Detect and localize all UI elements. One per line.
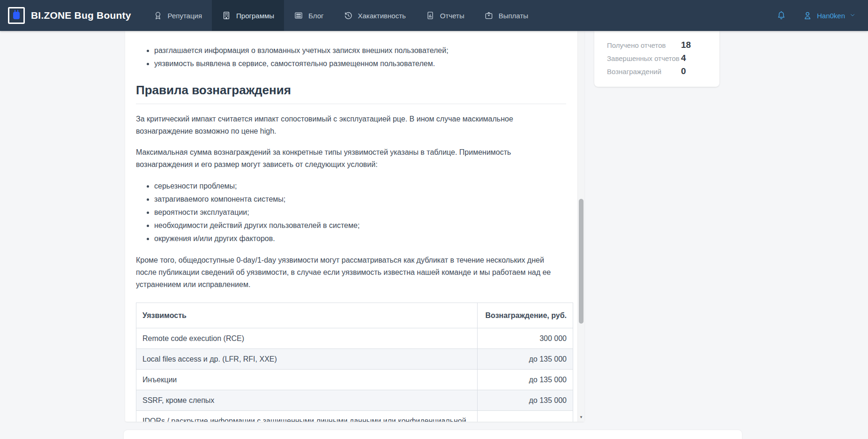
navbar-right: Han0ken bbox=[776, 0, 868, 31]
reward-cell: до 135 000 bbox=[478, 390, 573, 411]
vulnerability-cell: IDORs / раскрытие информации с защищенны… bbox=[136, 411, 478, 422]
list-item: серьезности проблемы; bbox=[154, 180, 566, 193]
rewards-table-body: Remote code execution (RCE) 300 000 Loca… bbox=[136, 328, 573, 422]
nav-item-label: Отчеты bbox=[440, 12, 464, 20]
user-menu[interactable]: Han0ken bbox=[802, 10, 856, 21]
stat-value: 0 bbox=[681, 66, 686, 76]
next-section-panel bbox=[124, 430, 742, 439]
stat-value: 4 bbox=[681, 53, 686, 63]
paragraph: За критический импакт считается импакт с… bbox=[136, 113, 566, 137]
vulnerability-cell: SSRF, кроме слепых bbox=[136, 390, 478, 411]
list-item: окружения и/или других факторов. bbox=[154, 232, 566, 245]
brand-title: BI.ZONE Bug Bounty bbox=[31, 10, 131, 21]
nav-item-label: Репутация bbox=[168, 12, 202, 20]
stat-value: 18 bbox=[681, 40, 691, 50]
content-scrollbar[interactable]: ▼ bbox=[577, 31, 584, 422]
nav-item-label: Блог bbox=[308, 12, 323, 20]
nav-item-hackactivity[interactable]: Хакактивность bbox=[334, 0, 416, 31]
notifications-button[interactable] bbox=[776, 10, 786, 21]
program-policy-content: разглашается информация о взломанных уче… bbox=[125, 31, 577, 422]
vulnerability-cell: Local files access и др. (LFR, RFI, XXE) bbox=[136, 349, 478, 370]
exclusions-list: разглашается информация о взломанных уче… bbox=[136, 44, 566, 70]
building-icon bbox=[222, 11, 231, 20]
paragraph: Максимальная сумма вознаграждений за кон… bbox=[136, 146, 566, 171]
brand[interactable]: BI.ZONE Bug Bounty bbox=[0, 0, 143, 31]
table-row: SSRF, кроме слепых до 135 000 bbox=[136, 390, 573, 411]
list-item: затрагиваемого компонента системы; bbox=[154, 193, 566, 206]
scrollbar-down-arrow[interactable]: ▼ bbox=[578, 415, 584, 420]
nav-item-payouts[interactable]: Выплаты bbox=[474, 0, 538, 31]
table-row: Инъекции до 135 000 bbox=[136, 370, 573, 390]
list-item: вероятности эксплуатации; bbox=[154, 206, 566, 219]
reward-cell: до 135 000 bbox=[478, 370, 573, 390]
main-navigation: Репутация Программы Блог Хака bbox=[143, 0, 538, 31]
nav-item-label: Программы bbox=[236, 12, 274, 20]
reward-cell: 300 000 bbox=[478, 328, 573, 349]
scrollbar-thumb[interactable] bbox=[579, 199, 584, 324]
bizone-logo-icon bbox=[8, 7, 25, 24]
rewards-table: Уязвимость Вознаграждение, руб. Remote c… bbox=[136, 303, 573, 422]
nav-item-reports[interactable]: Отчеты bbox=[416, 0, 474, 31]
vulnerability-column-header: Уязвимость bbox=[136, 303, 478, 328]
reward-column-header: Вознаграждение, руб. bbox=[478, 303, 573, 328]
chevron-down-icon bbox=[849, 12, 856, 20]
award-icon bbox=[153, 11, 163, 20]
stat-label: Получено отчетов bbox=[607, 41, 681, 49]
conditions-list: серьезности проблемы;затрагиваемого комп… bbox=[136, 180, 566, 245]
report-icon bbox=[426, 11, 435, 20]
user-icon bbox=[802, 10, 813, 21]
section-title: Правила вознаграждения bbox=[136, 83, 566, 104]
vulnerability-cell: Инъекции bbox=[136, 370, 478, 390]
table-row: Remote code execution (RCE) 300 000 bbox=[136, 328, 573, 349]
table-row: Local files access и др. (LFR, RFI, XXE)… bbox=[136, 349, 573, 370]
note-paragraph: Кроме того, общедоступные 0-day/1-day уя… bbox=[136, 254, 566, 291]
list-item: разглашается информация о взломанных уче… bbox=[154, 44, 566, 57]
table-row: IDORs / раскрытие информации с защищенны… bbox=[136, 411, 573, 422]
stat-row: Завершенных отчетов 4 bbox=[594, 53, 719, 66]
reward-cell: до 100 000 bbox=[478, 411, 573, 422]
table-header-row: Уязвимость Вознаграждение, руб. bbox=[136, 303, 573, 328]
stat-label: Завершенных отчетов bbox=[607, 54, 681, 62]
history-icon bbox=[344, 11, 353, 20]
bell-icon bbox=[776, 10, 786, 21]
stat-label: Вознаграждений bbox=[607, 68, 681, 76]
program-description-panel: разглашается информация о взломанных уче… bbox=[125, 31, 584, 422]
list-item: необходимости действий других пользовате… bbox=[154, 219, 566, 232]
newspaper-icon bbox=[294, 11, 303, 20]
nav-item-label: Хакактивность bbox=[358, 12, 406, 20]
vulnerability-cell: Remote code execution (RCE) bbox=[136, 328, 478, 349]
nav-item-blog[interactable]: Блог bbox=[284, 0, 333, 31]
stat-row: Получено отчетов 18 bbox=[594, 40, 719, 53]
list-item: уязвимость выявлена в сервисе, самостоят… bbox=[154, 57, 566, 70]
stats-panel: Получено отчетов 18 Завершенных отчетов … bbox=[594, 31, 719, 87]
nav-item-label: Выплаты bbox=[499, 12, 528, 20]
wallet-icon bbox=[484, 11, 494, 20]
reward-cell: до 135 000 bbox=[478, 349, 573, 370]
nav-item-reputation[interactable]: Репутация bbox=[143, 0, 212, 31]
stat-row: Вознаграждений 0 bbox=[594, 66, 719, 79]
top-navbar: BI.ZONE Bug Bounty Репутация Программы Б… bbox=[0, 0, 868, 31]
bug-glyph-icon bbox=[13, 12, 20, 19]
username: Han0ken bbox=[817, 12, 845, 20]
nav-item-programs[interactable]: Программы bbox=[212, 0, 284, 31]
